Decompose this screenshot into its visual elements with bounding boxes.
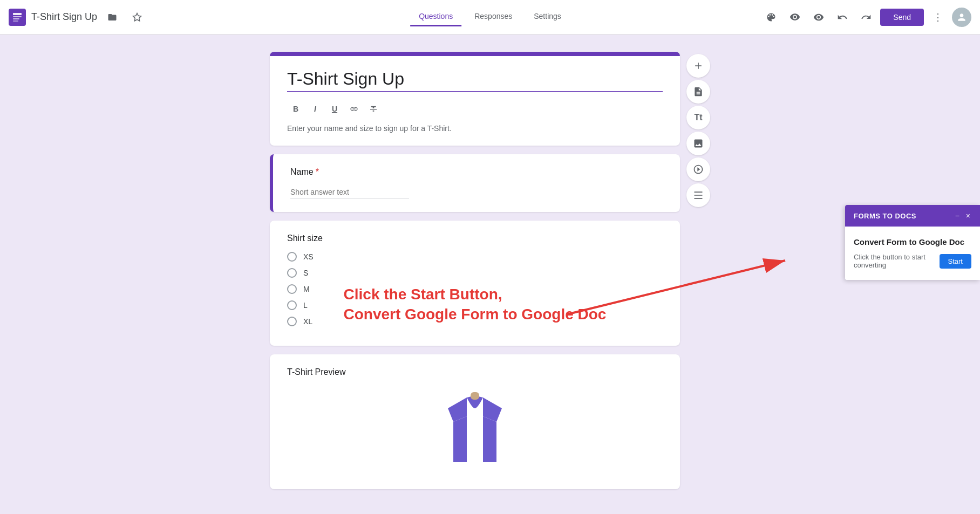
tab-settings[interactable]: Settings — [525, 8, 570, 26]
radio-circle-s — [287, 268, 297, 278]
start-button[interactable]: Start — [940, 254, 971, 269]
form-content: B I U Enter your name and size to sign u… — [270, 52, 680, 489]
sidebar-tools: Tt — [686, 52, 710, 489]
avatar — [952, 8, 971, 27]
main-layout: B I U Enter your name and size to sign u… — [0, 35, 980, 506]
panel-body: Convert Form to Google Doc Click the but… — [845, 227, 980, 280]
tshirt-preview-card: T-Shirt Preview — [270, 354, 680, 489]
bold-button[interactable]: B — [287, 100, 304, 118]
svg-rect-6 — [471, 392, 479, 400]
radio-xl: XL — [287, 317, 663, 326]
radio-l: L — [287, 300, 663, 310]
required-star: * — [316, 167, 319, 177]
folder-button[interactable] — [103, 8, 122, 27]
italic-button[interactable]: I — [307, 100, 324, 118]
svg-marker-5 — [133, 13, 141, 20]
panel-convert-row: Click the button to start converting Sta… — [854, 253, 971, 269]
tshirt-svg — [432, 392, 518, 468]
name-question-card: Name * — [270, 154, 680, 212]
redo-button[interactable] — [856, 8, 876, 27]
tshirt-preview-image — [287, 383, 663, 476]
eye-button[interactable] — [809, 8, 828, 27]
add-image-button[interactable] — [686, 132, 710, 155]
panel-header-actions: − × — [954, 210, 971, 221]
radio-xs: XS — [287, 252, 663, 262]
panel-convert-text: Click the button to start converting — [854, 253, 935, 269]
forms-app-icon — [9, 9, 26, 26]
radio-circle-xl — [287, 317, 297, 326]
panel-close-button[interactable]: × — [965, 210, 971, 221]
send-button[interactable]: Send — [880, 9, 924, 26]
more-button[interactable]: ⋮ — [928, 8, 948, 27]
radio-m: M — [287, 284, 663, 294]
topbar: T-Shirt Sign Up Questions Responses Sett… — [0, 0, 980, 35]
add-question-button[interactable] — [686, 54, 710, 78]
panel-convert-title: Convert Form to Google Doc — [854, 237, 971, 246]
add-section-button[interactable] — [686, 183, 710, 207]
title-text-icon: Tt — [694, 113, 702, 122]
palette-button[interactable] — [761, 8, 781, 27]
underline-button[interactable]: U — [326, 100, 343, 118]
short-answer-input[interactable] — [290, 186, 409, 199]
form-description: Enter your name and size to sign up for … — [287, 124, 663, 133]
tab-responses[interactable]: Responses — [466, 8, 521, 26]
undo-button[interactable] — [833, 8, 852, 27]
format-bar: B I U — [287, 100, 663, 118]
doc-title: T-Shirt Sign Up — [31, 11, 97, 23]
title-text-button[interactable]: Tt — [686, 106, 710, 129]
panel-minimize-button[interactable]: − — [954, 210, 961, 221]
radio-circle-l — [287, 300, 297, 310]
strikethrough-button[interactable] — [365, 100, 382, 118]
star-button[interactable] — [127, 8, 147, 27]
panel-title: FORMS TO DOCS — [854, 212, 916, 220]
add-video-button[interactable] — [686, 157, 710, 181]
svg-rect-3 — [13, 18, 19, 19]
shirt-size-label: Shirt size — [287, 234, 663, 243]
svg-rect-1 — [13, 13, 22, 15]
import-question-button[interactable] — [686, 80, 710, 104]
radio-circle-xs — [287, 252, 297, 262]
preview-button[interactable] — [785, 8, 805, 27]
name-question-label: Name * — [290, 167, 663, 177]
radio-s: S — [287, 268, 663, 278]
nav-tabs: Questions Responses Settings — [410, 8, 570, 26]
forms-to-docs-panel: FORMS TO DOCS − × Convert Form to Google… — [845, 205, 980, 280]
svg-rect-4 — [13, 20, 18, 22]
shirt-size-card: Shirt size XS S M L XL — [270, 221, 680, 346]
link-button[interactable] — [345, 100, 363, 118]
header-card: B I U Enter your name and size to sign u… — [270, 52, 680, 146]
radio-circle-m — [287, 284, 297, 294]
form-title-input[interactable] — [287, 69, 663, 92]
svg-rect-2 — [13, 16, 22, 17]
panel-header: FORMS TO DOCS − × — [845, 205, 980, 227]
preview-label: T-Shirt Preview — [287, 367, 663, 377]
tab-questions[interactable]: Questions — [410, 8, 461, 26]
